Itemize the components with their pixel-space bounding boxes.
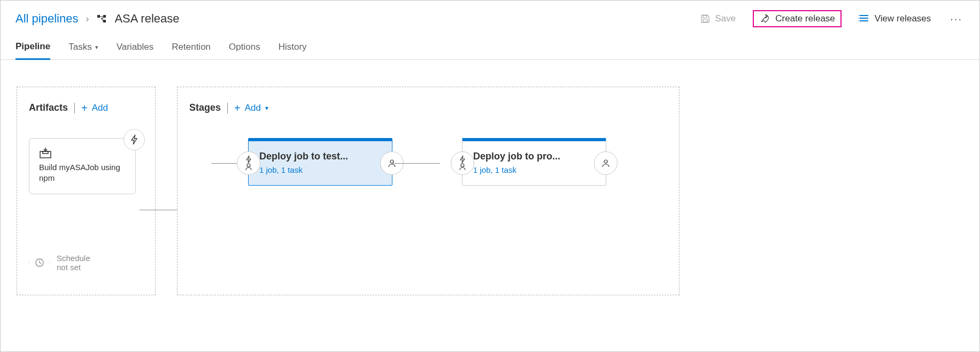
add-artifact-button[interactable]: + Add: [81, 103, 108, 113]
rocket-icon: [759, 13, 770, 24]
breadcrumb: All pipelines › ASA release: [16, 12, 179, 26]
tab-pipeline[interactable]: Pipeline: [16, 38, 50, 60]
stages-panel: Stages + Add ▾: [177, 87, 680, 295]
schedule-line2: not set: [57, 263, 90, 272]
chevron-down-icon: ▾: [265, 104, 268, 112]
create-release-label: Create release: [775, 13, 835, 24]
post-deploy-conditions-badge[interactable]: [594, 151, 618, 175]
artifacts-panel: Artifacts + Add Build myASAJob using npm: [17, 87, 156, 295]
tab-tasks[interactable]: Tasks ▾: [68, 39, 98, 59]
add-artifact-label: Add: [92, 103, 108, 113]
stage-card[interactable]: Deploy job to pro... 1 job, 1 task: [462, 138, 606, 186]
stage-name: Deploy job to test...: [259, 151, 381, 162]
lightning-icon: [459, 156, 466, 163]
add-stage-label: Add: [245, 103, 261, 113]
view-releases-label: View releases: [875, 13, 931, 24]
svg-point-16: [461, 164, 464, 167]
divider: [74, 103, 75, 113]
pipeline-icon: [96, 13, 107, 24]
svg-point-17: [604, 160, 607, 163]
more-actions-button[interactable]: ···: [948, 13, 964, 25]
stage-job-link[interactable]: 1 job, 1 task: [473, 165, 595, 174]
svg-point-10: [859, 20, 859, 21]
lightning-icon: [130, 134, 138, 145]
svg-point-8: [859, 15, 859, 16]
artifact-name: Build myASAJob using npm: [39, 162, 126, 184]
tab-history[interactable]: History: [279, 39, 307, 59]
tab-retention[interactable]: Retention: [172, 39, 211, 59]
artifacts-title: Artifacts: [29, 102, 68, 113]
stage-job-link[interactable]: 1 job, 1 task: [259, 165, 381, 174]
schedule-line1: Schedule: [57, 254, 90, 263]
schedule-status[interactable]: Schedule not set: [29, 252, 90, 273]
plus-icon: +: [234, 103, 241, 113]
breadcrumb-root-link[interactable]: All pipelines: [16, 12, 78, 26]
svg-rect-1: [101, 18, 102, 19]
chevron-right-icon: ›: [86, 13, 89, 25]
person-icon: [245, 163, 252, 171]
svg-rect-12: [43, 151, 48, 154]
artifact-card[interactable]: Build myASAJob using npm: [29, 138, 136, 194]
tab-options[interactable]: Options: [229, 39, 260, 59]
save-button: Save: [696, 10, 740, 27]
connector-line: [392, 163, 440, 164]
tab-bar: Pipeline Tasks ▾ Variables Retention Opt…: [1, 33, 979, 60]
pre-deploy-conditions-badge[interactable]: [451, 151, 474, 175]
save-label: Save: [715, 13, 736, 24]
connector-line: [140, 210, 177, 210]
svg-point-14: [247, 164, 250, 167]
header-actions: Save Create release View releases ···: [696, 10, 964, 27]
view-releases-button[interactable]: View releases: [854, 10, 936, 27]
tab-tasks-label: Tasks: [68, 42, 91, 52]
add-stage-button[interactable]: + Add ▾: [234, 103, 268, 113]
page-title: ASA release: [114, 12, 179, 26]
stage-name: Deploy job to pro...: [473, 151, 595, 162]
list-icon: [859, 14, 869, 24]
svg-point-4: [766, 17, 767, 18]
chevron-down-icon: ▾: [95, 44, 98, 51]
svg-point-9: [859, 18, 859, 19]
person-icon: [459, 163, 466, 171]
person-icon: [601, 159, 610, 167]
svg-rect-3: [103, 20, 106, 22]
artifact-trigger-badge[interactable]: [124, 129, 145, 150]
clock-icon: [29, 252, 50, 273]
tab-variables[interactable]: Variables: [117, 39, 154, 59]
pre-deploy-conditions-badge[interactable]: [237, 151, 260, 175]
plus-icon: +: [81, 103, 88, 113]
svg-rect-0: [97, 15, 100, 18]
divider: [227, 103, 228, 113]
create-release-button[interactable]: Create release: [753, 10, 842, 27]
package-icon: [39, 147, 126, 159]
stage-card[interactable]: Deploy job to test... 1 job, 1 task: [248, 138, 392, 186]
svg-rect-2: [103, 15, 106, 18]
save-icon: [700, 14, 710, 24]
pipeline-canvas: Artifacts + Add Build myASAJob using npm: [1, 60, 979, 322]
stages-title: Stages: [189, 102, 221, 113]
svg-rect-11: [40, 151, 51, 158]
lightning-icon: [245, 156, 252, 163]
